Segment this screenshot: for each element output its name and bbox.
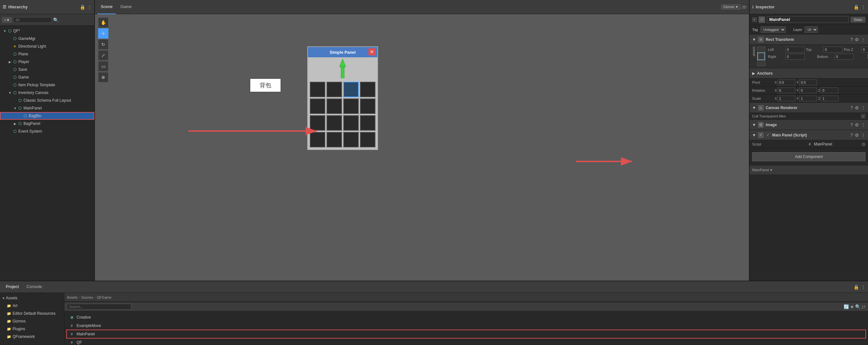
rotation-y-input[interactable] [799,88,817,93]
rt-help-btn[interactable]: ? [850,37,853,42]
hierarchy-menu-btn[interactable]: ⋮ [87,4,92,10]
inspector-menu-btn[interactable]: ⋮ [861,4,865,10]
cull-checkbox[interactable] [861,114,865,119]
active-checkbox[interactable] [752,18,757,22]
cr-settings-btn[interactable]: ⚙ [855,105,859,111]
grid-cell-5[interactable] [327,98,342,114]
scale-x-input[interactable] [778,96,795,101]
scale-y-input[interactable] [799,96,817,101]
move-tool-btn[interactable]: ✛ [98,28,108,39]
console-tab[interactable]: Console [23,280,45,294]
assets-qframework-item[interactable]: 📁 QFramework [0,333,64,341]
game-tab[interactable]: Game [117,0,135,14]
rotation-z-input[interactable] [821,88,838,93]
grid-cell-4[interactable] [310,98,325,114]
image-settings-btn[interactable]: ⚙ [855,122,859,127]
tree-item-plane[interactable]: ⬡ Plane [0,50,94,58]
rt-stretch-box[interactable] [757,47,765,66]
cr-help-btn[interactable]: ? [850,105,853,111]
hierarchy-lock-btn[interactable]: 🔒 [80,4,85,10]
main-panel-script-section-header[interactable]: ▼ # Main Panel (Script) ? ⚙ ⋮ [750,130,868,140]
scene-tab[interactable]: Scene [97,0,116,14]
image-menu-btn[interactable]: ⋮ [861,122,865,127]
rt-bottom-input[interactable] [834,54,854,60]
image-section-header[interactable]: ▼ 🖼 Image ? ⚙ ⋮ [750,120,868,130]
layer-select[interactable]: UI [805,26,818,33]
tree-item-eventsystem[interactable]: ⬡ Event System [0,127,94,135]
rt-right-input[interactable] [785,54,805,60]
assets-root-item[interactable]: ▼ Assets [0,294,64,302]
hierarchy-search-icon[interactable]: 🔍 [53,18,59,23]
rt-menu-btn[interactable]: ⋮ [861,37,865,42]
tree-item-bagbtn[interactable]: ⬡ BagBtn [0,112,94,120]
rt-settings-btn[interactable]: ⚙ [855,37,859,42]
rotate-tool-btn[interactable]: ↻ [98,39,108,50]
grid-cell-7[interactable] [360,98,375,114]
scale-z-input[interactable] [821,96,838,101]
rt-posz-input[interactable] [861,47,868,53]
files-filter-btn[interactable]: 🔍 [855,304,861,309]
mps-settings-btn[interactable]: ⚙ [855,133,859,138]
grid-cell-14[interactable] [343,132,359,147]
assets-editor-item[interactable]: 📁 Editor Default Resources [0,310,64,317]
rt-left-input[interactable] [785,47,805,53]
cr-menu-btn[interactable]: ⋮ [861,105,865,111]
assets-plugins-item[interactable]: 📁 Plugins [0,325,64,333]
add-component-btn[interactable]: Add Component [752,152,865,161]
assets-gizmos-item[interactable]: 📁 Gizmos [0,317,64,325]
bag-button-scene[interactable]: 背包 [249,78,281,93]
file-examplemove[interactable]: # ExampleMove [67,322,865,330]
grid-cell-15[interactable] [360,132,375,147]
file-qf[interactable]: # QF [67,339,865,345]
scene-gizmos-btn[interactable]: Gizmos ▼ [721,4,741,10]
scale-tool-btn[interactable]: ⤢ [98,50,108,61]
mps-menu-btn[interactable]: ⋮ [861,133,865,138]
object-name-input[interactable] [767,16,849,23]
script-target-btn[interactable]: ⊙ [862,142,865,147]
tag-select[interactable]: Untagged [761,26,786,33]
pivot-y-input[interactable] [799,80,817,85]
pivot-x-input[interactable] [778,80,795,85]
file-creative[interactable]: ⊞ Creative [67,313,865,321]
grid-cell-6[interactable] [343,98,359,114]
file-mainpanel[interactable]: # MainPanel [67,330,865,338]
files-search-input[interactable] [67,304,131,310]
tree-item-qf[interactable]: ▼ ⬡ QF* [0,27,94,35]
hierarchy-search[interactable] [13,17,52,23]
simple-panel-close-btn[interactable]: ✕ [368,48,375,55]
mps-checkbox[interactable] [766,133,770,137]
anchors-section-header[interactable]: ▶ Anchors [750,68,868,79]
grid-cell-0[interactable] [310,82,325,97]
grid-cell-3[interactable] [360,82,375,97]
grid-cell-12[interactable] [310,132,325,147]
rt-top-input[interactable] [823,47,843,53]
grid-cell-10[interactable] [343,115,359,131]
project-tab[interactable]: Project [3,280,22,294]
tree-item-game[interactable]: ⬡ Game [0,73,94,81]
tree-item-classic[interactable]: ⬡ Classic Schema Full Layout [0,97,94,104]
tree-item-invcanvas[interactable]: ▼ ⬡ Inventory Canvas [0,89,94,97]
image-help-btn[interactable]: ? [850,122,853,127]
bottom-menu-btn[interactable]: ⋮ [861,284,865,290]
files-refresh-btn[interactable]: 🔄 [843,304,849,309]
grid-cell-13[interactable] [327,132,342,147]
grid-cell-9[interactable] [327,115,342,131]
mps-help-btn[interactable]: ? [850,133,853,138]
tree-item-mainpanel[interactable]: ▼ ⬡ MainPanel [0,104,94,112]
tree-item-save[interactable]: ⬡ Save [0,66,94,73]
grid-cell-1[interactable] [327,82,342,97]
assets-art-item[interactable]: 📁 Art [0,302,64,310]
tree-item-bagpanel[interactable]: ▶ ⬡ BagPanel [0,120,94,127]
rotation-x-input[interactable] [778,88,795,93]
grid-cell-2[interactable] [343,82,359,97]
tree-item-player[interactable]: ▶ ⬡ Player [0,58,94,66]
bottom-lock-btn[interactable]: 🔒 [854,284,859,290]
rect-transform-section-header[interactable]: ▼ ⊞ Rect Transform ? ⚙ ⋮ [750,34,868,45]
hand-tool-btn[interactable]: ✋ [98,18,108,28]
tree-item-dirlight[interactable]: ☀ Directional Light [0,42,94,50]
grid-cell-8[interactable] [310,115,325,131]
tree-item-gamemgr[interactable]: ⬡ GameMgr [0,35,94,42]
canvas-renderer-section-header[interactable]: ▼ ◎ Canvas Renderer ? ⚙ ⋮ [750,103,868,113]
static-button[interactable]: Static [850,17,865,23]
files-star-btn[interactable]: ★ [850,304,854,309]
